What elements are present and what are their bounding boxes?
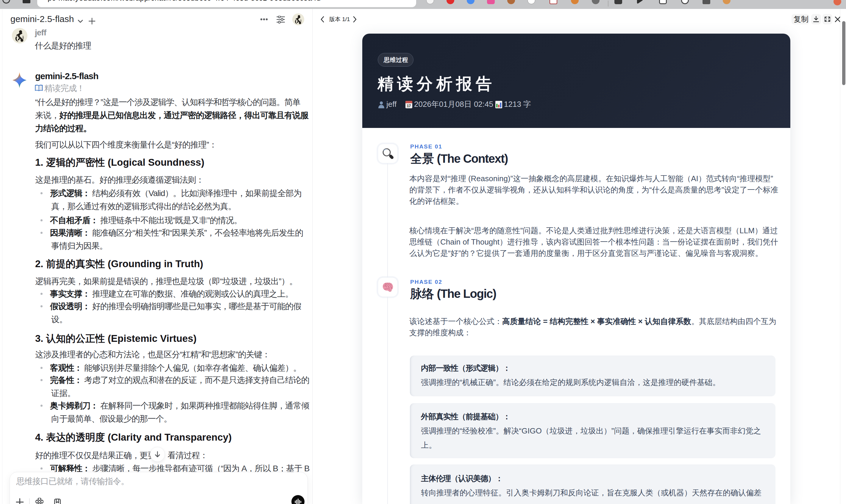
svg-text:17: 17	[407, 104, 411, 108]
